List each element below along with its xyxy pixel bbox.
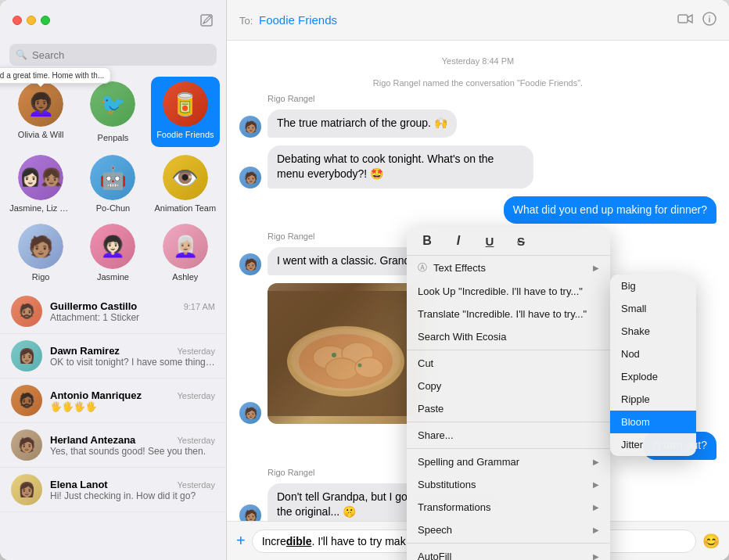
divider-2 (407, 422, 610, 422)
svg-rect-1 (678, 15, 688, 23)
close-button[interactable] (13, 16, 22, 25)
search-bar[interactable]: 🔍 (9, 44, 217, 66)
contact-name-penpals: Penpals (98, 133, 129, 142)
minimize-button[interactable] (27, 16, 36, 25)
contact-name-rigo: Rigo (32, 272, 50, 282)
italic-button[interactable]: I (447, 232, 469, 250)
pinned-ashley[interactable]: 👩🏼‍🦳 Ashley (151, 219, 220, 286)
avatar-animation-team: 👁️ (163, 155, 208, 200)
tooltip: We had a great time. Home with th... (0, 67, 111, 84)
contact-name-jasmine-liz: Jasmine, Liz &... (9, 203, 72, 213)
strikethrough-button[interactable]: S (510, 232, 532, 250)
message-row-elena[interactable]: 👩🏽 Elena Lanot Yesterday Hi! Just checki… (0, 468, 226, 512)
pinned-jasmine-liz[interactable]: 👩🏻👧🏽 Jasmine, Liz &... (6, 150, 75, 217)
submenu-ripple[interactable]: Ripple (610, 388, 696, 411)
look-up-item[interactable]: Look Up "Incredible. I'll have to try...… (407, 280, 610, 303)
contact-name-po-chun: Po-Chun (96, 203, 130, 213)
message-preview: OK to visit tonight? I have some things … (50, 357, 215, 368)
input-text-bold: dible (286, 535, 312, 547)
transformations-item[interactable]: Transformations ▶ (407, 496, 610, 519)
paste-item[interactable]: Paste (407, 397, 610, 420)
emoji-button[interactable]: 😊 (702, 533, 720, 550)
message-content-elena: Elena Lanot Yesterday Hi! Just checking … (50, 479, 215, 501)
avatar-elena: 👩🏽 (11, 474, 42, 505)
share-item[interactable]: Share... (407, 424, 610, 447)
look-up-label: Look Up "Incredible. I'll have to try...… (418, 285, 583, 297)
message-preview: Yes, that sounds good! See you then. (50, 446, 215, 457)
video-call-icon[interactable] (677, 13, 693, 27)
avatar-jasmine-liz: 👩🏻👧🏽 (18, 155, 63, 200)
message-time: Yesterday (177, 436, 215, 445)
food-image (268, 283, 424, 424)
chevron-right-icon: ▶ (593, 503, 599, 512)
message-bubble: The true matriarch of the group. 🙌 (268, 109, 457, 138)
message-time: Yesterday (177, 391, 215, 400)
avatar-jasmine: 👩🏻‍🦱 (90, 224, 135, 269)
copy-item[interactable]: Copy (407, 375, 610, 397)
more-pinned: 🧑🏽 Rigo 👩🏻‍🦱 Jasmine 👩🏼‍🦳 Ashley (0, 217, 226, 286)
message-time: 9:17 AM (184, 302, 215, 311)
search-input[interactable] (32, 49, 210, 61)
underline-button[interactable]: U (479, 232, 501, 250)
pinned-foodie-friends[interactable]: 🥫 Foodie Friends (151, 77, 220, 147)
pinned-olivia-will[interactable]: We had a great time. Home with th... 👩🏾‍… (6, 77, 75, 147)
message-content-guillermo: Guillermo Castillo 9:17 AM Attachment: 1… (50, 300, 215, 323)
message-bubble: Debating what to cook tonight. What's on… (268, 145, 533, 188)
spelling-grammar-item[interactable]: Spelling and Grammar ▶ (407, 451, 610, 473)
autofill-item[interactable]: AutoFill ▶ (407, 545, 610, 560)
autofill-label: AutoFill (418, 551, 451, 560)
text-effects-text: Text Effects (433, 262, 486, 274)
svg-point-13 (358, 363, 362, 367)
avatar-dawn: 👩🏽 (11, 340, 42, 372)
traffic-lights (13, 16, 50, 25)
message-row-herland[interactable]: 🧑🏽 Herland Antezana Yesterday Yes, that … (0, 423, 226, 468)
contact-name: Dawn Ramirez (50, 345, 120, 357)
submenu-explode[interactable]: Explode (610, 365, 696, 388)
chevron-right-icon: ▶ (593, 458, 599, 466)
submenu-bloom[interactable]: Bloom (610, 411, 696, 433)
pinned-penpals[interactable]: 🐦 Penpals (78, 77, 147, 147)
bubble-avatar-rigo5: 🧑🏽 (239, 504, 261, 521)
app-window: 🔍 We had a great time. Home with th... 👩… (0, 0, 729, 560)
bold-button[interactable]: B (416, 232, 438, 250)
message-row-dawn[interactable]: 👩🏽 Dawn Ramirez Yesterday OK to visit to… (0, 334, 226, 379)
text-effects-item[interactable]: Ⓐ Text Effects ▶ Big Small Shake Nod Exp… (407, 256, 610, 280)
chat-header: To: Foodie Friends (227, 0, 729, 41)
submenu-big[interactable]: Big (610, 275, 696, 297)
chevron-right-icon: ▶ (593, 526, 599, 534)
text-effects-submenu: Big Small Shake Nod Explode Ripple Bloom… (610, 275, 696, 456)
add-attachment-button[interactable]: + (236, 532, 246, 550)
cut-label: Cut (418, 357, 433, 369)
pinned-po-chun[interactable]: 🤖 Po-Chun (78, 150, 147, 217)
input-text-normal: Incre (262, 535, 286, 547)
submenu-small[interactable]: Small (610, 297, 696, 320)
speech-item[interactable]: Speech ▶ (407, 519, 610, 541)
message-row-guillermo[interactable]: 🧔🏽 Guillermo Castillo 9:17 AM Attachment… (0, 289, 226, 334)
maximize-button[interactable] (41, 16, 50, 25)
chat-title: To: Foodie Friends (239, 13, 671, 27)
avatar-ashley: 👩🏼‍🦳 (163, 224, 208, 269)
contact-name: Antonio Manriquez (50, 389, 142, 401)
pinned-jasmine[interactable]: 👩🏻‍🦱 Jasmine (78, 219, 147, 286)
svg-point-12 (332, 353, 336, 357)
substitutions-item[interactable]: Substitutions ▶ (407, 473, 610, 496)
search-ecosia-item[interactable]: Search With Ecosia (407, 325, 610, 348)
submenu-nod[interactable]: Nod (610, 343, 696, 365)
cut-item[interactable]: Cut (407, 352, 610, 375)
contact-name: Guillermo Castillo (50, 300, 137, 312)
message-content-herland: Herland Antezana Yesterday Yes, that sou… (50, 434, 215, 457)
info-icon[interactable] (702, 12, 716, 29)
translate-item[interactable]: Translate "Incredible. I'll have to try.… (407, 303, 610, 325)
pinned-rigo[interactable]: 🧑🏽 Rigo (6, 219, 75, 286)
submenu-jitter[interactable]: Jitter (610, 433, 696, 456)
avatar-antonio: 🧔🏾 (11, 385, 42, 416)
compose-icon[interactable] (199, 13, 214, 27)
conversation-name: Foodie Friends (259, 13, 337, 27)
message-time: Yesterday (177, 480, 215, 490)
message-row-antonio[interactable]: 🧔🏾 Antonio Manriquez Yesterday 🖐🖐🖐🖐 (0, 379, 226, 423)
pinned-animation-team[interactable]: 👁️ Animation Team (151, 150, 220, 217)
submenu-shake[interactable]: Shake (610, 320, 696, 343)
chevron-right-icon: ▶ (593, 480, 599, 489)
substitutions-label: Substitutions (418, 479, 476, 490)
to-label: To: (239, 15, 253, 27)
